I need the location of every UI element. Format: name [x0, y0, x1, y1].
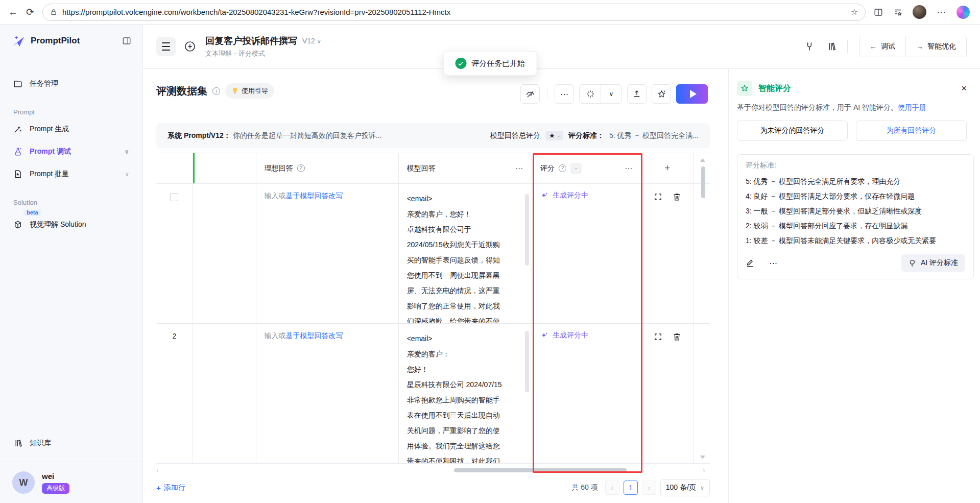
run-button-group: ∨ [579, 84, 622, 104]
rewrite-from-model-link[interactable]: 基于模型回答改写 [286, 331, 343, 340]
criteria-label: 评分标准： [568, 131, 604, 140]
new-task-button[interactable] [184, 40, 196, 53]
input-cell[interactable] [193, 184, 256, 323]
manual-link[interactable]: 使用手册 [898, 103, 926, 111]
usage-guide-chip[interactable]: 使用引导 [225, 83, 274, 99]
ideal-placeholder-text: 输入或 [265, 331, 286, 340]
plus-icon: + [156, 484, 161, 492]
menu-button[interactable] [156, 37, 176, 56]
scroll-down-arrow[interactable] [700, 456, 705, 459]
column-highlight-green [193, 153, 195, 183]
add-column-button[interactable]: + [641, 153, 694, 183]
row-checkbox[interactable] [170, 193, 178, 201]
horizontal-scrollbar-thumb[interactable] [454, 468, 627, 472]
divider [547, 89, 547, 99]
ideal-answer-column-header[interactable]: 理想回答 ? [256, 153, 399, 183]
tools-icon[interactable] [804, 41, 815, 52]
question-icon[interactable]: ? [559, 164, 566, 172]
model-answer-column-header[interactable]: 模型回答 ⋯ [399, 153, 532, 183]
score-all-button[interactable]: 为所有回答评分 [856, 121, 967, 141]
add-row-button[interactable]: + 添加行 [156, 483, 185, 492]
page-size-select[interactable]: 100 条/页 ∨ [660, 479, 710, 496]
scrollbar-gutter [694, 184, 710, 323]
url-bar[interactable]: https://promptpilot.volcengine.com/workb… [42, 4, 866, 21]
model-answer-cell[interactable]: <email> 亲爱的客户： 您好！ 星辰科技有限公司 2024/07/15 非… [399, 324, 532, 463]
cell-scrollbar[interactable] [525, 194, 529, 266]
cell-scrollbar[interactable] [525, 331, 529, 392]
header-actions: ← 调试 → 智能优化 [804, 36, 967, 57]
debug-button[interactable]: ← 调试 [859, 36, 905, 57]
info-icon[interactable]: i [212, 87, 220, 95]
beta-badge: beta [23, 209, 41, 216]
sidebar-item-prompt-batch[interactable]: Prompt 批量 ∨ [0, 163, 142, 185]
close-icon[interactable]: × [961, 84, 967, 93]
score-cell[interactable]: 生成评分中 [532, 324, 641, 463]
model-answer-cell[interactable]: <email> 亲爱的客户，您好！ 卓越科技有限公司于 2024/05/15收到… [399, 184, 532, 323]
rewrite-from-model-link[interactable]: 基于模型回答改写 [286, 191, 343, 200]
more-actions-button[interactable]: ⋯ [555, 84, 574, 104]
expand-row-icon[interactable] [654, 193, 662, 316]
criteria-preview: 5: 优秀 － 模型回答完全满... [609, 131, 699, 140]
column-more-icon[interactable]: ⋯ [625, 164, 633, 173]
chevron-down-icon[interactable]: ∨ [124, 148, 129, 155]
browser-profile-avatar[interactable] [913, 5, 926, 19]
vertical-scrollbar[interactable] [701, 166, 705, 198]
delete-row-icon[interactable] [673, 332, 681, 456]
panel-header: 智能评分 × [737, 81, 967, 96]
run-all-button[interactable] [580, 85, 601, 103]
docs-icon[interactable] [826, 41, 836, 52]
favorite-button[interactable] [652, 84, 671, 104]
back-icon[interactable]: ← [8, 7, 18, 17]
sidebar-item-label: 视觉理解 Solution [30, 220, 86, 229]
copilot-icon[interactable] [957, 6, 970, 19]
current-page-button[interactable]: 1 [624, 481, 638, 495]
url-text[interactable]: https://promptpilot.volcengine.com/workb… [62, 8, 450, 16]
browser-menu-icon[interactable]: ⋯ [937, 7, 946, 17]
input-cell[interactable] [193, 324, 256, 463]
scroll-up-arrow[interactable] [700, 158, 705, 162]
delete-row-icon[interactable] [673, 193, 681, 316]
refresh-icon[interactable]: ⟳ [26, 7, 34, 17]
prev-page-button[interactable]: ‹ [605, 481, 619, 495]
system-prompt-bar[interactable]: 系统 Prompt/V12： 你的任务是起草一封简短高效的回复客户投诉... 模… [156, 123, 710, 148]
edit-criteria-icon[interactable] [746, 258, 755, 268]
next-page-button[interactable]: › [642, 481, 656, 495]
version-selector[interactable]: V12 ∨ [302, 37, 321, 45]
user-block[interactable]: W wei 高级版 [0, 462, 142, 503]
flask-icon [13, 147, 22, 156]
criteria-more-icon[interactable]: ⋯ [769, 258, 778, 268]
overall-score-chip[interactable]: ★ - [545, 131, 563, 140]
sidebar-item-prompt-generate[interactable]: Prompt 生成 [0, 118, 142, 140]
row-index: 2 [156, 324, 193, 463]
score-column-header[interactable]: 评分 ? - ⋯ [532, 153, 641, 183]
run-options-chevron[interactable]: ∨ [601, 85, 622, 103]
sidebar-item-label: Prompt 批量 [30, 170, 69, 179]
user-avatar[interactable]: W [12, 471, 35, 494]
chevron-down-icon[interactable]: ∨ [125, 171, 129, 178]
score-filter-chip[interactable]: - [570, 163, 582, 174]
input-column-header [193, 153, 256, 183]
sidebar-item-knowledge-base[interactable]: 知识库 [0, 432, 142, 454]
scroll-left-arrow[interactable]: ‹ [156, 467, 163, 474]
score-unscored-button[interactable]: 为未评分的回答评分 [737, 121, 848, 141]
split-screen-icon[interactable] [874, 8, 883, 17]
hide-columns-button[interactable] [520, 84, 540, 104]
scroll-right-arrow[interactable]: › [703, 467, 710, 474]
run-evaluation-button[interactable] [676, 84, 708, 104]
column-more-icon[interactable]: ⋯ [515, 164, 523, 173]
favorites-bar-icon[interactable] [893, 8, 902, 17]
export-button[interactable] [627, 84, 647, 104]
sidebar-item-vision-solution[interactable]: beta 视觉理解 Solution [0, 213, 142, 236]
collapse-sidebar-icon[interactable] [122, 36, 131, 45]
ideal-answer-cell[interactable]: 输入或基于模型回答改写 [256, 184, 399, 323]
ideal-answer-cell[interactable]: 输入或基于模型回答改写 [256, 324, 399, 463]
smart-optimize-button[interactable]: → 智能优化 [905, 36, 966, 57]
question-icon[interactable]: ? [297, 164, 305, 172]
bookmark-star-icon[interactable]: ☆ [851, 7, 858, 17]
sidebar-item-task-management[interactable]: 任务管理 [0, 73, 142, 95]
score-cell[interactable]: 生成评分中 [532, 184, 641, 323]
mode-button-group: ← 调试 → 智能优化 [859, 36, 967, 57]
ai-criteria-button[interactable]: AI 评分标准 [901, 254, 965, 272]
expand-row-icon[interactable] [654, 332, 662, 456]
sidebar-item-prompt-debug[interactable]: Prompt 调试 ∨ [0, 140, 142, 163]
